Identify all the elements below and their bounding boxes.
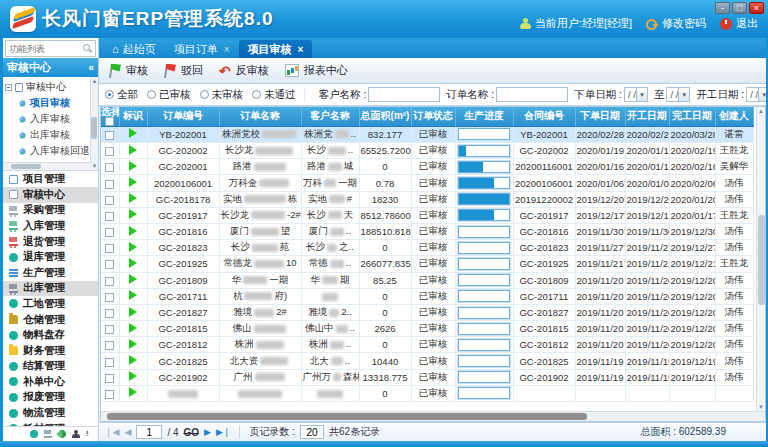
table-row[interactable]: GC-201812株洲株洲..0已审核GC-2018122019/11/2020… — [101, 337, 753, 353]
order-date-end-input[interactable]: / /▾ — [666, 87, 690, 102]
status-radio[interactable]: 未通过 — [252, 88, 296, 102]
toolbar-button[interactable]: 审核 — [109, 63, 148, 78]
tree-vertical-scrollbar[interactable]: ▲ ▼ — [90, 77, 98, 170]
column-header-d1[interactable]: 下单日期 — [575, 107, 625, 126]
chevron-down-icon[interactable]: ▾ — [758, 88, 766, 101]
order-date-input[interactable]: / /▾ — [624, 87, 648, 102]
cell-progress[interactable] — [455, 369, 513, 385]
sidebar-group[interactable]: 采购管理 — [3, 203, 98, 219]
tree-item[interactable]: 出库审核 — [5, 127, 90, 143]
toolbar-button[interactable]: ↶反审核 — [219, 63, 269, 78]
pen-icon[interactable] — [56, 428, 67, 439]
cell-select[interactable] — [101, 288, 119, 304]
cell-progress[interactable] — [455, 126, 513, 142]
sidebar-group[interactable]: 物流管理 — [3, 405, 98, 421]
row-checkbox[interactable] — [105, 163, 114, 172]
sidebar-group[interactable]: 结算管理 — [3, 359, 98, 375]
tab[interactable]: 项目订单× — [165, 40, 239, 58]
status-radio[interactable]: 已审核 — [147, 88, 191, 102]
logout-button[interactable]: 退出 — [720, 16, 758, 31]
table-row[interactable]: GC-201925常德龙10常德..266077.835..已审核GC-2019… — [101, 256, 753, 272]
change-password-button[interactable]: 修改密码 — [646, 16, 706, 31]
sidebar-group[interactable]: 工地管理 — [3, 296, 98, 312]
sidebar-group[interactable]: 审核中心 — [3, 187, 98, 203]
cell-progress[interactable] — [455, 353, 513, 369]
cell-select[interactable] — [101, 256, 119, 272]
column-header-status[interactable]: 订单状态 — [411, 107, 455, 126]
table-row[interactable]: GC-202002长沙龙长沙..65525.7200..已审核GC-202002… — [101, 143, 753, 159]
cell-progress[interactable] — [455, 143, 513, 159]
table-row[interactable]: GC-201902广州广州万森林13318.775已审核GC-201902201… — [101, 369, 753, 385]
chevron-down-icon[interactable]: ▾ — [636, 88, 647, 101]
cell-select[interactable] — [101, 353, 119, 369]
row-checkbox[interactable] — [105, 244, 114, 253]
more-options-icon[interactable]: ⁞ — [86, 430, 94, 438]
row-checkbox[interactable] — [105, 341, 114, 350]
tree-horizontal-scrollbar[interactable] — [3, 162, 91, 170]
table-row[interactable]: GC-201816厦门望厦门..188510.818已审核GC-20181620… — [101, 223, 753, 239]
column-header-creator[interactable]: 创建人 — [715, 107, 753, 126]
column-header-progress[interactable]: 生产进度 — [455, 107, 513, 126]
cell-progress[interactable] — [455, 191, 513, 207]
cell-progress[interactable] — [455, 159, 513, 175]
person-icon[interactable] — [72, 430, 80, 438]
scroll-up-icon[interactable]: ▲ — [758, 107, 764, 115]
table-row[interactable]: GC-201825北大资北大..10440已审核GC-2018252019/11… — [101, 353, 753, 369]
row-checkbox[interactable] — [105, 325, 114, 334]
tab[interactable]: 项目审核× — [239, 40, 313, 58]
sidebar-group[interactable]: 报废管理 — [3, 390, 98, 406]
cell-select[interactable] — [101, 207, 119, 223]
table-row[interactable]: GC-201917长沙龙-2#长沙天8512.78600..已审核GC-2019… — [101, 207, 753, 223]
sidebar-group[interactable]: 退库管理 — [3, 249, 98, 265]
function-search-input[interactable] — [6, 44, 83, 54]
cell-progress[interactable] — [455, 256, 513, 272]
table-row[interactable]: GC-201711杭府)0已审核GC-2017112019/11/202019/… — [101, 288, 753, 304]
column-header-cust[interactable]: 客户名称 — [301, 107, 359, 126]
column-header-area[interactable]: 总面积(m²) — [359, 107, 411, 126]
sidebar-group[interactable]: 入库管理 — [3, 218, 98, 234]
sidebar-group[interactable]: 退货管理 — [3, 234, 98, 250]
dot-icon[interactable] — [30, 430, 38, 438]
sidebar-group[interactable]: 财务管理 — [3, 343, 98, 359]
grid-horizontal-scrollbar[interactable] — [101, 411, 765, 421]
table-row[interactable]: GC-201827雅境2#雅境2..0已审核GC-2018272019/11/2… — [101, 304, 753, 320]
row-checkbox[interactable] — [105, 180, 114, 189]
customer-name-input[interactable] — [368, 87, 440, 102]
row-checkbox[interactable] — [105, 293, 114, 302]
row-checkbox[interactable] — [105, 147, 114, 156]
table-row[interactable]: GC-201815佛山佛山中..2626已审核GC-2018152019/11/… — [101, 321, 753, 337]
window-close-button[interactable]: × — [749, 2, 764, 14]
last-page-button[interactable]: ▶❘ — [216, 427, 230, 437]
table-row[interactable]: 0已审核 — [101, 385, 753, 401]
chevron-down-icon[interactable]: ▾ — [678, 88, 689, 101]
tree-item[interactable]: 项目审核 — [5, 95, 90, 111]
cell-select[interactable] — [101, 143, 119, 159]
order-name-input[interactable] — [496, 87, 568, 102]
sidebar-group[interactable]: 项目管理 — [3, 171, 98, 187]
status-radio[interactable]: 全部 — [105, 88, 138, 102]
cell-select[interactable] — [101, 126, 119, 142]
cart-icon[interactable] — [44, 430, 52, 438]
table-row[interactable]: GC-201823长沙苑长沙之..0已审核GC-2018232019/11/27… — [101, 240, 753, 256]
cell-progress[interactable] — [455, 304, 513, 320]
row-checkbox[interactable] — [105, 196, 114, 205]
row-checkbox[interactable] — [105, 390, 114, 399]
cell-progress[interactable] — [455, 175, 513, 191]
sidebar-group[interactable]: 生产管理 — [3, 265, 98, 281]
close-icon[interactable]: × — [224, 44, 230, 55]
cell-select[interactable] — [101, 337, 119, 353]
toolbar-button[interactable]: 报表中心 — [285, 63, 348, 78]
cell-select[interactable] — [101, 304, 119, 320]
scroll-up-icon[interactable]: ▲ — [92, 77, 98, 85]
window-maximize-button[interactable]: □ — [732, 2, 747, 14]
page-size-input[interactable] — [300, 425, 324, 439]
cell-progress[interactable] — [455, 207, 513, 223]
sidebar-group[interactable]: 出库管理 — [3, 281, 98, 297]
table-row[interactable]: GC-202001路港路港城0已审核202001160012020/01/162… — [101, 159, 753, 175]
tree-item[interactable]: 入库审核 — [5, 111, 90, 127]
window-minimize-button[interactable]: - — [715, 2, 730, 14]
sidebar-group[interactable]: 物料盘存 — [3, 327, 98, 343]
scrollbar-thumb[interactable] — [758, 215, 765, 305]
tree-root-node[interactable]: 审核中心 — [5, 79, 90, 95]
go-button[interactable]: GO — [184, 427, 200, 438]
